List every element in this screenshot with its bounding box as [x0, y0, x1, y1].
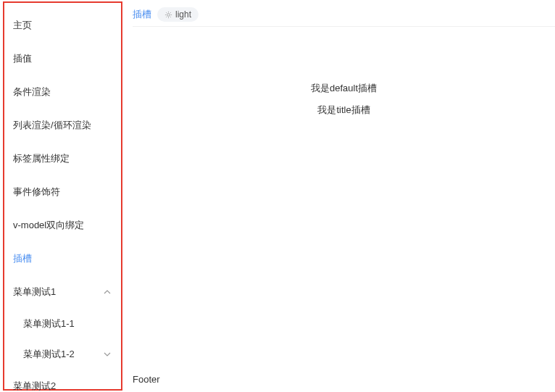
- sidebar-item-label: 菜单测试1: [13, 285, 56, 299]
- sidebar-item-label: 菜单测试1-2: [23, 348, 75, 361]
- sun-icon: [164, 11, 172, 19]
- chevron-up-icon: [102, 287, 112, 297]
- sidebar-item-menu-test1[interactable]: 菜单测试1: [13, 275, 112, 309]
- sidebar-item-home[interactable]: 主页: [13, 9, 112, 42]
- content: 我是default插槽 我是title插槽: [133, 27, 555, 370]
- sidebar-item-label: 菜单测试2: [13, 380, 56, 391]
- sidebar-item-label: 事件修饰符: [13, 186, 60, 197]
- svg-line-8: [170, 12, 171, 13]
- sidebar-item-label: 标签属性绑定: [13, 153, 70, 164]
- sidebar-item-slot[interactable]: 插槽: [13, 242, 112, 275]
- sidebar-item-conditional[interactable]: 条件渲染: [13, 75, 112, 109]
- theme-toggle-button[interactable]: light: [157, 7, 199, 22]
- footer: Footer: [133, 370, 555, 392]
- breadcrumb[interactable]: 插槽: [133, 8, 151, 21]
- sidebar: 主页 插值 条件渲染 列表渲染/循环渲染 标签属性绑定 事件修饰符 v-mode…: [3, 1, 122, 391]
- sidebar-item-label: 列表渲染/循环渲染: [13, 120, 91, 130]
- sidebar-item-menu-test2[interactable]: 菜单测试2: [13, 370, 112, 392]
- sidebar-item-label: 主页: [13, 20, 32, 30]
- slot-title-text: 我是title插槽: [317, 104, 370, 117]
- svg-line-7: [166, 16, 167, 17]
- theme-toggle-label: light: [175, 9, 191, 20]
- sidebar-item-label: 条件渲染: [13, 86, 51, 97]
- topbar: 插槽 light: [133, 0, 555, 27]
- sidebar-item-vmodel[interactable]: v-model双向绑定: [13, 209, 112, 242]
- sidebar-subitem-menu-test1-2[interactable]: 菜单测试1-2: [13, 339, 112, 370]
- svg-point-0: [167, 13, 170, 16]
- slot-default-text: 我是default插槽: [311, 82, 377, 95]
- sidebar-item-label: 插值: [13, 53, 32, 64]
- chevron-down-icon: [102, 349, 112, 359]
- svg-line-5: [166, 12, 167, 13]
- sidebar-item-label: v-model双向绑定: [13, 220, 84, 230]
- sidebar-item-list-render[interactable]: 列表渲染/循环渲染: [13, 109, 112, 142]
- sidebar-item-attr-bind[interactable]: 标签属性绑定: [13, 142, 112, 175]
- sidebar-item-label: 菜单测试1-1: [23, 318, 75, 329]
- svg-line-6: [170, 16, 171, 17]
- sidebar-item-event-mod[interactable]: 事件修饰符: [13, 175, 112, 209]
- sidebar-subitem-menu-test1-1[interactable]: 菜单测试1-1: [13, 309, 112, 339]
- main: 插槽 light 我是default插槽 我是title插槽 Footer: [122, 0, 555, 392]
- footer-text: Footer: [133, 374, 160, 385]
- sidebar-item-interpolation[interactable]: 插值: [13, 42, 112, 75]
- sidebar-item-label: 插槽: [13, 253, 32, 264]
